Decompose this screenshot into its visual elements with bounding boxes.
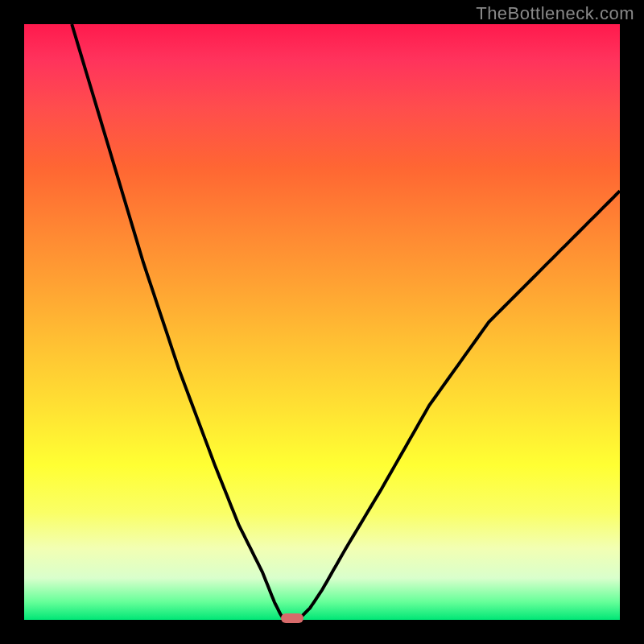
- plot-area: [24, 24, 620, 620]
- optimum-marker: [281, 613, 303, 623]
- curve-right-branch: [298, 191, 620, 620]
- bottleneck-curve: [24, 24, 620, 620]
- watermark-text: TheBottleneck.com: [476, 3, 634, 24]
- curve-left-branch: [72, 24, 286, 620]
- chart-frame: TheBottleneck.com: [0, 0, 644, 644]
